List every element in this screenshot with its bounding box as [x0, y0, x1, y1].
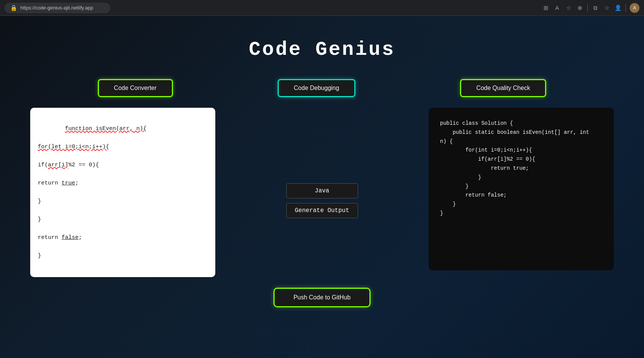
font-icon[interactable]: A: [553, 4, 561, 12]
code-input-panel[interactable]: function isEven(arr, n){ for(let i=0;i<n…: [30, 108, 215, 277]
code-quality-check-button[interactable]: Code Quality Check: [461, 80, 545, 96]
app-content: Code Genius Code Converter Code Debuggin…: [0, 16, 644, 322]
app-title: Code Genius: [249, 39, 395, 61]
nav-buttons: Code Converter Code Debugging Code Quali…: [0, 80, 644, 96]
push-github-button[interactable]: Push Code to GitHub: [274, 288, 370, 307]
code-line-3: if(arr[i]%2 == 0){: [38, 162, 99, 168]
divider-2: [625, 5, 626, 11]
code-line-4: return true;: [38, 180, 79, 186]
code-output-panel: public class Solution { public static bo…: [429, 108, 614, 270]
extensions-icon[interactable]: ⊕: [576, 4, 584, 12]
language-select-button[interactable]: Java: [286, 183, 358, 198]
tabs-icon[interactable]: ⊞: [542, 4, 550, 12]
code-line-8: }: [38, 253, 41, 259]
star-icon[interactable]: ☆: [565, 4, 572, 12]
browser-right-icons: ⊞ A ☆ ⊕ ⧉ ☆ 👤 A: [542, 3, 639, 13]
code-output-content: public class Solution { public static bo…: [440, 119, 602, 218]
code-line-1: function isEven(arr, n){: [65, 126, 147, 132]
generate-output-button[interactable]: Generate Output: [286, 203, 358, 218]
code-line-5: }: [38, 198, 41, 205]
panels-row: function isEven(arr, n){ for(let i=0;i<n…: [0, 108, 644, 277]
lock-icon: 🔒: [10, 4, 17, 12]
code-converter-button[interactable]: Code Converter: [99, 80, 172, 96]
code-line-7: return false;: [38, 234, 82, 241]
code-line-6: }: [38, 216, 41, 223]
bookmarks-icon[interactable]: ☆: [603, 4, 610, 12]
code-line-2: for(let i=0;i<n;i++){: [38, 144, 109, 150]
url-bar[interactable]: 🔒 https://code-genius-ajit.netlify.app: [5, 3, 110, 13]
code-input-content: function isEven(arr, n){ for(let i=0;i<n…: [38, 115, 208, 270]
url-text: https://code-genius-ajit.netlify.app: [20, 5, 93, 11]
browser-chrome: 🔒 https://code-genius-ajit.netlify.app ⊞…: [0, 0, 644, 16]
bottom-btn-row: Push Code to GitHub: [274, 288, 370, 307]
code-debugging-button[interactable]: Code Debugging: [278, 80, 355, 96]
divider-1: [587, 5, 588, 11]
avatar[interactable]: A: [630, 3, 639, 13]
middle-controls: Java Generate Output: [279, 183, 366, 218]
split-icon[interactable]: ⧉: [591, 4, 599, 12]
profile-icon[interactable]: 👤: [614, 4, 622, 12]
